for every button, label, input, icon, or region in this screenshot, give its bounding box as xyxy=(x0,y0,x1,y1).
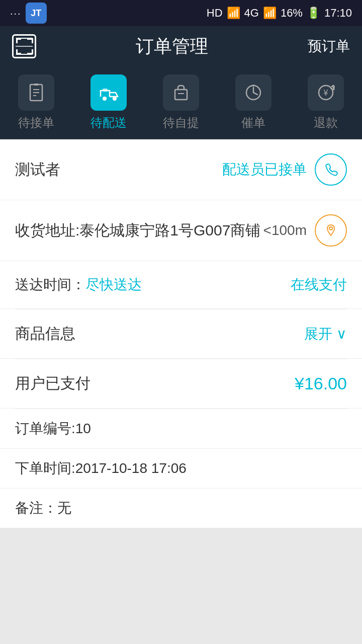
delivery-time-label: 送达时间： xyxy=(15,275,85,294)
svg-rect-7 xyxy=(32,49,33,54)
expand-button[interactable]: 展开 ∨ xyxy=(304,325,347,344)
tab-refund-label: 退款 xyxy=(314,115,338,131)
order-time: 下单时间:2017-10-18 17:06 xyxy=(15,460,187,476)
svg-point-25 xyxy=(329,227,332,230)
signal-bars: 📶 xyxy=(263,7,277,20)
svg-point-14 xyxy=(103,97,107,101)
payment-status: 在线支付 xyxy=(291,275,347,294)
delivery-time-row: 送达时间： 尽快送达 在线支付 xyxy=(0,261,362,309)
tab-pending[interactable]: 待接单 xyxy=(0,74,72,139)
gray-area xyxy=(0,528,362,644)
amount-label: 用户已支付 xyxy=(15,373,90,394)
amount-value: ¥16.00 xyxy=(295,374,347,393)
hd-badge: HD xyxy=(207,7,223,20)
tab-urge[interactable]: 催单 xyxy=(217,74,290,139)
svg-rect-0 xyxy=(16,38,21,40)
svg-line-21 xyxy=(253,93,257,95)
dots-icon: ··· xyxy=(10,8,22,19)
chevron-down-icon: ∨ xyxy=(336,326,347,342)
goods-title: 商品信息 xyxy=(15,324,75,344)
expand-label: 展开 xyxy=(304,325,332,344)
tab-pickup-icon xyxy=(163,74,199,111)
preorder-button[interactable]: 预订单 xyxy=(308,37,350,56)
app-icon: JT xyxy=(26,3,47,24)
wifi-icon: 📶 xyxy=(227,7,240,20)
page-title: 订单管理 xyxy=(136,34,208,59)
order-content: 测试者 配送员已接单 收货地址:泰伦城康宁路1号G007商铺 <100m xyxy=(0,139,362,528)
goods-row: 商品信息 展开 ∨ xyxy=(0,309,362,359)
svg-rect-5 xyxy=(16,49,18,54)
svg-rect-8 xyxy=(16,46,33,47)
tab-pending-label: 待接单 xyxy=(18,115,54,131)
location-button[interactable] xyxy=(315,214,347,247)
scan-icon[interactable] xyxy=(12,34,36,58)
status-bar: ··· JT HD 📶 4G 📶 16% 🔋 17:10 xyxy=(0,0,362,26)
tab-urge-icon xyxy=(235,74,272,111)
tab-pending-icon xyxy=(18,74,54,111)
svg-rect-2 xyxy=(27,38,32,40)
customer-name: 测试者 xyxy=(15,159,60,180)
tab-refund[interactable]: ¥ 退款 xyxy=(290,74,362,139)
tab-refund-icon: ¥ xyxy=(308,74,344,111)
address-text: 收货地址:泰伦城康宁路1号G007商铺 xyxy=(15,220,260,241)
battery-icon: 🔋 xyxy=(307,7,320,20)
svg-rect-4 xyxy=(16,53,21,54)
tab-delivery[interactable]: 待配送 xyxy=(72,74,145,139)
tab-pickup-label: 待自提 xyxy=(163,115,199,131)
delivery-status: 配送员已接单 xyxy=(222,160,307,179)
svg-rect-13 xyxy=(34,84,38,86)
signal-label: 4G xyxy=(244,7,259,20)
order-time-row: 下单时间:2017-10-18 17:06 xyxy=(0,449,362,489)
svg-rect-6 xyxy=(27,53,32,54)
tab-pickup[interactable]: 待自提 xyxy=(145,74,217,139)
time: 17:10 xyxy=(324,7,352,20)
call-button[interactable] xyxy=(315,153,347,186)
order-no: 订单编号:10 xyxy=(15,421,91,436)
svg-rect-16 xyxy=(103,89,108,92)
distance-text: <100m xyxy=(263,222,307,238)
svg-rect-1 xyxy=(16,38,18,43)
svg-rect-17 xyxy=(175,90,187,100)
header: 订单管理 预订单 xyxy=(0,26,362,66)
customer-row-right: 配送员已接单 xyxy=(222,153,347,186)
svg-text:¥: ¥ xyxy=(323,89,328,97)
tab-urge-label: 催单 xyxy=(241,115,265,131)
status-right: HD 📶 4G 📶 16% 🔋 17:10 xyxy=(207,7,352,20)
delivery-time-value: 尽快送达 xyxy=(85,275,142,294)
order-card: 测试者 配送员已接单 收货地址:泰伦城康宁路1号G007商铺 <100m xyxy=(0,139,362,528)
remark: 备注：无 xyxy=(15,500,71,516)
tab-bar: 待接单 待配送 待自提 xyxy=(0,66,362,139)
tab-delivery-label: 待配送 xyxy=(90,115,127,131)
status-left: ··· JT xyxy=(10,3,47,24)
amount-row: 用户已支付 ¥16.00 xyxy=(0,359,362,409)
remark-row: 备注：无 xyxy=(0,489,362,528)
battery-label: 16% xyxy=(281,7,303,20)
address-row: 收货地址:泰伦城康宁路1号G007商铺 <100m xyxy=(0,200,362,261)
order-no-row: 订单编号:10 xyxy=(0,409,362,449)
customer-row: 测试者 配送员已接单 xyxy=(0,139,362,200)
svg-point-22 xyxy=(252,85,254,87)
svg-rect-3 xyxy=(32,38,33,43)
tab-delivery-icon xyxy=(90,74,127,111)
address-row-right: <100m xyxy=(263,214,347,247)
